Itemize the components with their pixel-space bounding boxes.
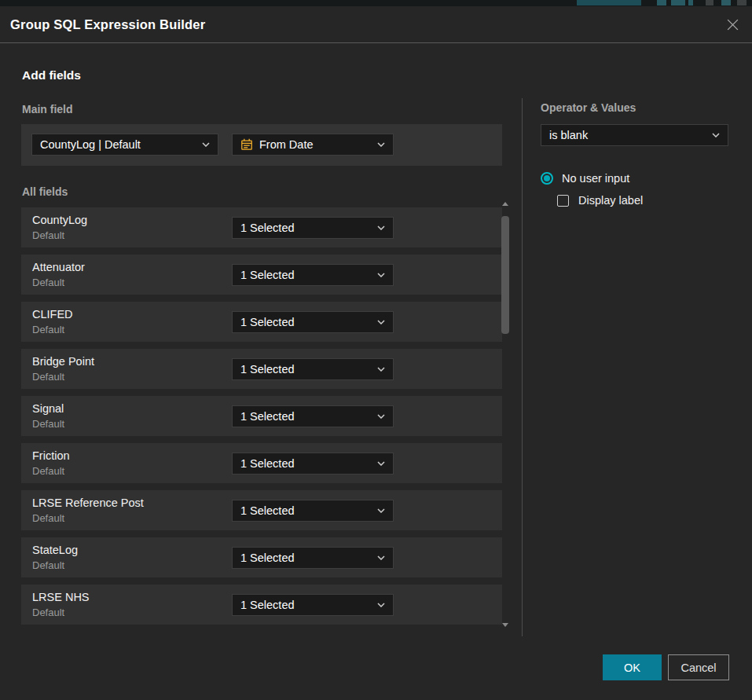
scroll-up-arrow-icon[interactable] bbox=[502, 202, 508, 206]
chevron-down-icon bbox=[377, 414, 385, 419]
field-row: Signal Default 1 Selected bbox=[21, 396, 502, 436]
date-field-select[interactable]: From Date bbox=[232, 134, 394, 156]
field-value-select[interactable]: 1 Selected bbox=[232, 547, 394, 569]
dialog-title: Group SQL Expression Builder bbox=[10, 6, 205, 43]
chevron-down-icon bbox=[377, 320, 385, 324]
chevron-down-icon bbox=[377, 225, 385, 230]
scrollbar-thumb[interactable] bbox=[501, 216, 509, 334]
list-scrollbar[interactable] bbox=[501, 200, 510, 629]
no-user-input-label: No user input bbox=[562, 172, 629, 185]
main-field-label: Main field bbox=[22, 103, 73, 115]
cancel-button[interactable]: Cancel bbox=[668, 654, 729, 680]
field-value-select[interactable]: 1 Selected bbox=[232, 594, 394, 616]
field-row: Bridge Point Default 1 Selected bbox=[21, 349, 502, 389]
no-user-input-radio[interactable]: No user input bbox=[541, 172, 728, 185]
operator-values-label: Operator & Values bbox=[541, 101, 728, 114]
field-value-select-value: 1 Selected bbox=[240, 410, 371, 423]
chevron-down-icon bbox=[377, 461, 385, 466]
close-icon[interactable] bbox=[724, 16, 741, 33]
field-row: Friction Default 1 Selected bbox=[21, 443, 502, 483]
field-value-select-value: 1 Selected bbox=[240, 457, 371, 470]
group-sql-expression-builder-dialog: Group SQL Expression Builder Add fields … bbox=[0, 6, 752, 700]
background-remnant bbox=[688, 0, 693, 5]
field-value-select[interactable]: 1 Selected bbox=[232, 405, 394, 427]
field-value-select-value: 1 Selected bbox=[240, 504, 371, 517]
dialog-header: Group SQL Expression Builder bbox=[0, 6, 752, 43]
operator-select-value: is blank bbox=[549, 129, 706, 141]
background-remnant bbox=[706, 0, 713, 5]
chevron-down-icon bbox=[377, 555, 385, 560]
field-value-select[interactable]: 1 Selected bbox=[232, 217, 394, 239]
chevron-down-icon bbox=[202, 142, 210, 147]
field-value-select-value: 1 Selected bbox=[240, 269, 371, 281]
background-remnant bbox=[657, 0, 666, 5]
layer-select[interactable]: CountyLog | Default bbox=[31, 134, 218, 156]
chevron-down-icon bbox=[377, 508, 385, 513]
chevron-down-icon bbox=[377, 367, 385, 372]
field-value-select[interactable]: 1 Selected bbox=[232, 358, 394, 380]
field-value-select[interactable]: 1 Selected bbox=[232, 500, 394, 522]
field-value-select-value: 1 Selected bbox=[240, 599, 371, 611]
field-row: Attenuator Default 1 Selected bbox=[21, 255, 502, 295]
all-fields-list: CountyLog Default 1 Selected Attenuator … bbox=[21, 207, 502, 632]
background-app-strip bbox=[0, 0, 752, 6]
field-row: LRSE NHS Default 1 Selected bbox=[21, 585, 502, 625]
checkbox-unchecked-icon bbox=[557, 195, 569, 207]
field-value-select[interactable]: 1 Selected bbox=[232, 311, 394, 333]
display-label-checkbox[interactable]: Display label bbox=[557, 194, 728, 207]
add-fields-heading: Add fields bbox=[22, 68, 81, 82]
calendar-icon bbox=[240, 138, 253, 151]
dialog-footer: OK Cancel bbox=[603, 654, 729, 680]
operator-select[interactable]: is blank bbox=[541, 124, 728, 146]
field-value-select-value: 1 Selected bbox=[240, 316, 371, 328]
date-field-select-value: From Date bbox=[259, 138, 371, 151]
field-value-select-value: 1 Selected bbox=[240, 222, 371, 234]
field-row: CLIFED Default 1 Selected bbox=[21, 302, 502, 342]
field-row: LRSE Reference Post Default 1 Selected bbox=[21, 490, 502, 530]
field-row: StateLog Default 1 Selected bbox=[21, 537, 502, 577]
all-fields-label: All fields bbox=[22, 185, 68, 198]
field-value-select-value: 1 Selected bbox=[240, 363, 371, 376]
background-remnant bbox=[721, 0, 731, 5]
scroll-down-arrow-icon[interactable] bbox=[502, 623, 508, 627]
layer-select-value: CountyLog | Default bbox=[40, 138, 196, 151]
field-row: CountyLog Default 1 Selected bbox=[21, 207, 502, 247]
radio-selected-icon bbox=[541, 172, 553, 185]
chevron-down-icon bbox=[377, 142, 385, 147]
chevron-down-icon bbox=[377, 603, 385, 607]
field-value-select[interactable]: 1 Selected bbox=[232, 264, 394, 286]
operator-values-panel: Operator & Values is blank No user input… bbox=[541, 101, 728, 207]
background-remnant bbox=[737, 0, 746, 5]
field-value-select[interactable]: 1 Selected bbox=[232, 453, 394, 475]
chevron-down-icon bbox=[377, 273, 385, 277]
background-remnant bbox=[671, 0, 685, 5]
column-divider bbox=[522, 98, 523, 636]
chevron-down-icon bbox=[712, 133, 720, 137]
ok-button[interactable]: OK bbox=[603, 654, 662, 680]
background-remnant bbox=[577, 0, 641, 5]
screen: Group SQL Expression Builder Add fields … bbox=[0, 0, 752, 700]
main-field-panel: CountyLog | Default From Date bbox=[21, 124, 502, 166]
display-label-label: Display label bbox=[578, 194, 643, 207]
field-value-select-value: 1 Selected bbox=[240, 552, 371, 564]
